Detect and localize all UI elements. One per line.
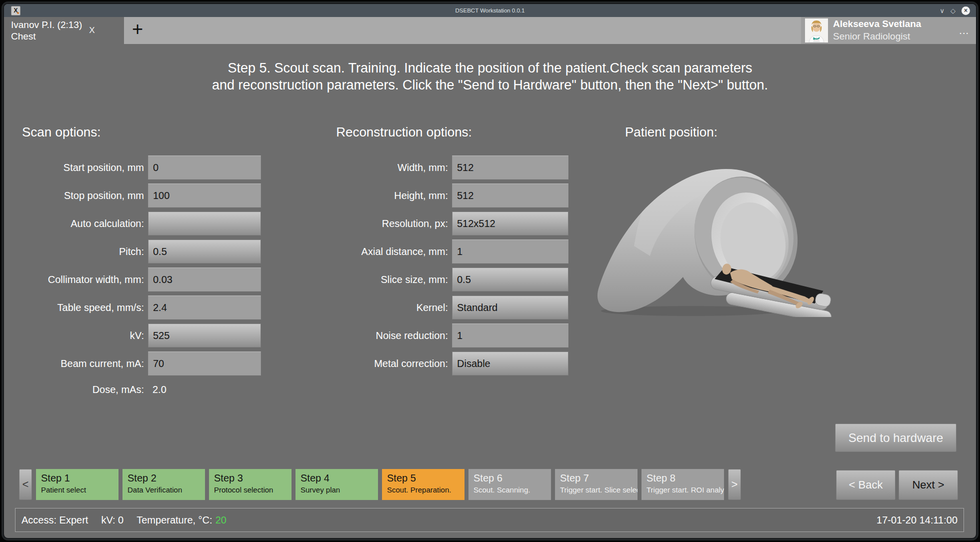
metal-correction-row: Metal correction:Disable	[282, 351, 568, 376]
step-6-tile[interactable]: Step 6Scout. Scanning.	[468, 469, 551, 500]
axial-distance-mm-field[interactable]: 1	[452, 240, 568, 264]
main-area: Step 5. Scout scan. Training. Indicate t…	[4, 44, 976, 538]
step-title: Step 6	[474, 472, 551, 485]
datetime: 17-01-20 14:11:00	[876, 514, 958, 526]
avatar	[805, 18, 828, 42]
metal-correction-label: Metal correction:	[282, 358, 452, 370]
user-name: Alekseeva Svetlana	[833, 18, 952, 30]
ct-scanner-illustration	[586, 161, 834, 317]
table-speed-mm-s-row: Table speed, mm/s:2.4	[22, 295, 261, 320]
stop-position-mm-row: Stop position, mm100	[22, 183, 261, 208]
resolution-px-field[interactable]: 512x512	[452, 212, 568, 236]
table-speed-mm-s-field[interactable]: 2.4	[148, 296, 261, 320]
kv-status: kV: 0	[101, 514, 124, 526]
resolution-px-row: Resolution, px:512x512	[282, 211, 568, 236]
steps-scroll-left-button[interactable]: <	[19, 469, 32, 500]
scan-options-panel: Start position, mm0Stop position, mm100A…	[22, 155, 261, 379]
axial-distance-mm-label: Axial distance, mm:	[282, 246, 452, 258]
kv-field[interactable]: 525	[148, 324, 261, 348]
step-title: Step 3	[214, 472, 292, 485]
width-mm-row: Width, mm:512	[282, 155, 568, 180]
app-window: X DSEBCT Workstation 0.0.1 ∨ ◇ × Ivanov …	[3, 3, 977, 539]
auto-calculation-label: Auto calculation:	[22, 218, 148, 230]
window-title: DSEBCT Workstation 0.0.1	[4, 8, 976, 14]
start-position-mm-field[interactable]: 0	[148, 156, 261, 180]
noise-reduction-field[interactable]: 1	[452, 324, 568, 348]
step-title: Step 5	[387, 472, 464, 485]
step-3-tile[interactable]: Step 3Protocol selection	[209, 469, 292, 500]
kv-row: kV:525	[22, 323, 261, 348]
step-title: Step 2	[128, 472, 205, 485]
slice-size-mm-row: Slice size, mm:0.5	[282, 267, 568, 292]
instruction-line1: Step 5. Scout scan. Training. Indicate t…	[4, 60, 976, 77]
send-to-hardware-button[interactable]: Send to hardware	[835, 424, 956, 452]
titlebar: X DSEBCT Workstation 0.0.1 ∨ ◇ ×	[4, 4, 976, 17]
close-icon[interactable]: ×	[962, 6, 970, 15]
kv-label: kV:	[22, 330, 148, 342]
user-block[interactable]: Alekseeva Svetlana Senior Radiologist ..…	[801, 17, 976, 44]
patient-position-title: Patient position:	[625, 124, 718, 140]
metal-correction-field[interactable]: Disable	[452, 352, 568, 376]
resolution-px-label: Resolution, px:	[282, 218, 452, 230]
height-mm-row: Height, mm:512	[282, 183, 568, 208]
step-subtitle: Data Verification	[128, 485, 205, 495]
start-position-mm-label: Start position, mm	[22, 162, 148, 174]
step-2-tile[interactable]: Step 2Data Verification	[122, 469, 205, 500]
maximize-icon[interactable]: ◇	[950, 7, 956, 14]
beam-current-ma-row: Beam current, mA:70	[22, 351, 261, 376]
collimator-width-mm-row: Collimator width, mm:0.03	[22, 267, 261, 292]
step-subtitle: Scout. Scanning.	[474, 485, 551, 495]
new-tab-button[interactable]: +	[124, 20, 143, 42]
height-mm-field[interactable]: 512	[452, 184, 568, 208]
temperature-value: 20	[216, 514, 226, 526]
step-subtitle: Patient select	[41, 485, 118, 495]
step-7-tile[interactable]: Step 7Trigger start. Slice selec	[555, 469, 638, 500]
step-navigation: < Step 1Patient selectStep 2Data Verific…	[19, 469, 741, 500]
instruction-text: Step 5. Scout scan. Training. Indicate t…	[4, 60, 976, 94]
pitch-label: Pitch:	[22, 246, 148, 258]
step-subtitle: Trigger start. Slice selec	[560, 485, 638, 495]
beam-current-ma-field[interactable]: 70	[148, 352, 261, 376]
axial-distance-mm-row: Axial distance, mm:1	[282, 239, 568, 264]
step-subtitle: Trigger start. ROI analys	[646, 485, 724, 495]
user-role: Senior Radiologist	[833, 30, 952, 43]
stop-position-mm-field[interactable]: 100	[148, 184, 261, 208]
noise-reduction-row: Noise reduction:1	[282, 323, 568, 348]
dose-value: 2.0	[148, 384, 166, 396]
next-button[interactable]: Next >	[898, 470, 958, 500]
step-subtitle: Survey plan	[300, 485, 378, 495]
collimator-width-mm-label: Collimator width, mm:	[22, 274, 148, 286]
tab-patient-name: Ivanov P.I. (2:13)	[11, 19, 82, 30]
temperature-label: Temperature, °C:	[136, 514, 212, 526]
dose-label: Dose, mAs:	[22, 384, 148, 396]
beam-current-ma-label: Beam current, mA:	[22, 358, 148, 370]
tab-strip: +	[124, 17, 801, 44]
tab-patient-ivanov[interactable]: Ivanov P.I. (2:13) Chest X	[4, 17, 124, 44]
step-8-tile[interactable]: Step 8Trigger start. ROI analys	[642, 469, 724, 500]
kernel-row: Kernel:Standard	[282, 295, 568, 320]
back-button[interactable]: < Back	[836, 470, 896, 500]
user-menu-button[interactable]: ...	[957, 23, 971, 38]
tab-close-icon[interactable]: X	[87, 24, 96, 36]
access-status: Access: Expert	[22, 514, 88, 526]
tab-bar: Ivanov P.I. (2:13) Chest X +	[4, 17, 976, 44]
step-5-tile[interactable]: Step 5Scout. Preparation.	[382, 469, 464, 500]
width-mm-field[interactable]: 512	[452, 156, 568, 180]
step-subtitle: Scout. Preparation.	[387, 485, 464, 495]
kernel-label: Kernel:	[282, 302, 452, 314]
steps-scroll-right-button[interactable]: >	[728, 469, 741, 500]
collimator-width-mm-field[interactable]: 0.03	[148, 268, 261, 292]
slice-size-mm-field[interactable]: 0.5	[452, 268, 568, 292]
minimize-icon[interactable]: ∨	[940, 7, 944, 14]
step-title: Step 1	[41, 472, 118, 485]
auto-calculation-field[interactable]	[148, 212, 261, 236]
reconstruction-options-title: Reconstruction options:	[264, 124, 544, 140]
kernel-field[interactable]: Standard	[452, 296, 568, 320]
step-title: Step 7	[560, 472, 638, 485]
step-4-tile[interactable]: Step 4Survey plan	[296, 469, 378, 500]
status-bar: Access: Expert kV: 0 Temperature, °C: 20…	[15, 508, 964, 532]
stop-position-mm-label: Stop position, mm	[22, 190, 148, 202]
step-1-tile[interactable]: Step 1Patient select	[36, 469, 118, 500]
pitch-field[interactable]: 0.5	[148, 240, 261, 264]
height-mm-label: Height, mm:	[282, 190, 452, 202]
